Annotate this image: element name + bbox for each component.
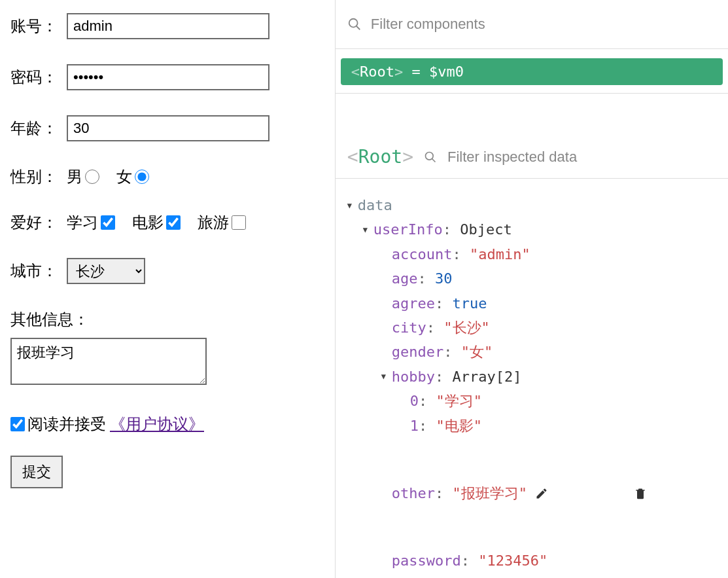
hobby-row: 爱好： 学习 电影 旅游 bbox=[10, 212, 324, 233]
form-panel: 账号： 密码： 年龄： 性别： 男 女 爱好： 学习 bbox=[0, 0, 336, 578]
gender-row: 性别： 男 女 bbox=[10, 166, 324, 187]
svg-point-0 bbox=[349, 19, 358, 27]
account-input[interactable] bbox=[67, 13, 269, 39]
root-component-item[interactable]: <Root> = $vm0 bbox=[341, 58, 723, 85]
gender-node[interactable]: gender: "女" bbox=[343, 340, 720, 364]
agree-text: 阅读并接受 bbox=[27, 414, 106, 435]
gender-option-female: 女 bbox=[116, 166, 149, 187]
gender-female-label: 女 bbox=[116, 166, 132, 187]
search-icon bbox=[347, 17, 362, 31]
password-input[interactable] bbox=[67, 64, 269, 90]
hobby-movie-label: 电影 bbox=[132, 212, 164, 233]
filter-components-input[interactable] bbox=[371, 16, 716, 33]
other-node[interactable]: other: "报班学习" bbox=[343, 438, 720, 549]
inspector-body: ▼ data ▼ userInfo: Object account: "admi… bbox=[336, 179, 728, 578]
hobby-node[interactable]: ▼ hobby: Array[2] bbox=[343, 365, 720, 389]
city-node[interactable]: city: "长沙" bbox=[343, 316, 720, 340]
gender-radio-group: 男 女 bbox=[67, 166, 161, 187]
agree-checkbox[interactable] bbox=[10, 417, 25, 431]
hobby-0-node[interactable]: 0: "学习" bbox=[343, 389, 720, 413]
caret-down-icon: ▼ bbox=[363, 223, 373, 236]
svg-line-1 bbox=[356, 26, 360, 30]
age-input[interactable] bbox=[67, 115, 269, 141]
password-node[interactable]: password: "123456" bbox=[343, 549, 720, 573]
other-textarea[interactable] bbox=[10, 338, 207, 385]
city-label: 城市： bbox=[10, 261, 58, 281]
age-row: 年龄： bbox=[10, 115, 324, 141]
filter-inspected-input[interactable] bbox=[447, 149, 716, 166]
gender-option-male: 男 bbox=[67, 166, 99, 187]
gender-female-radio[interactable] bbox=[135, 170, 149, 184]
hobby-travel-checkbox[interactable] bbox=[232, 215, 246, 230]
caret-down-icon: ▼ bbox=[381, 370, 392, 383]
data-node[interactable]: ▼ data bbox=[343, 193, 720, 217]
devtools-panel: <Root> = $vm0 <Root> ▼ data ▼ userInfo: … bbox=[336, 0, 728, 578]
hobby-travel-label: 旅游 bbox=[198, 212, 229, 233]
root-tag-name: Root bbox=[360, 63, 394, 80]
password-row: 密码： bbox=[10, 64, 324, 90]
terms-link[interactable]: 《用户协议》 bbox=[110, 414, 204, 435]
other-label: 其他信息： bbox=[10, 309, 324, 330]
data-key: data bbox=[358, 193, 392, 217]
inspector-component-name: <Root> bbox=[347, 146, 413, 168]
row-actions bbox=[535, 438, 720, 549]
gender-label: 性别： bbox=[10, 166, 58, 187]
hobby-label: 爱好： bbox=[10, 212, 58, 233]
edit-icon[interactable] bbox=[535, 438, 621, 549]
hobby-checkbox-group: 学习 电影 旅游 bbox=[67, 212, 258, 233]
hobby-item-study: 学习 bbox=[67, 212, 115, 233]
userinfo-type: Object bbox=[460, 217, 511, 242]
component-tree: <Root> = $vm0 bbox=[336, 49, 728, 94]
hobby-movie-checkbox[interactable] bbox=[166, 215, 181, 230]
age-node[interactable]: age: 30 bbox=[343, 266, 720, 291]
password-label: 密码： bbox=[10, 67, 58, 88]
svg-line-3 bbox=[432, 158, 436, 162]
city-select[interactable]: 长沙 bbox=[67, 258, 145, 284]
delete-icon[interactable] bbox=[634, 438, 720, 549]
account-label: 账号： bbox=[10, 16, 58, 37]
submit-button[interactable]: 提交 bbox=[10, 456, 63, 488]
account-row: 账号： bbox=[10, 13, 324, 39]
svg-point-2 bbox=[426, 152, 434, 160]
close-bracket: > bbox=[394, 63, 403, 80]
userinfo-key: userInfo bbox=[373, 217, 443, 242]
gender-male-radio[interactable] bbox=[85, 170, 99, 184]
age-label: 年龄： bbox=[10, 118, 58, 139]
caret-down-icon: ▼ bbox=[347, 199, 358, 212]
city-row: 城市： 长沙 bbox=[10, 258, 324, 284]
userinfo-node[interactable]: ▼ userInfo: Object bbox=[343, 217, 720, 242]
inspector-header: <Root> bbox=[336, 133, 728, 179]
gender-male-label: 男 bbox=[67, 166, 82, 187]
open-bracket: < bbox=[351, 63, 360, 80]
search-icon bbox=[424, 151, 437, 164]
filter-components-bar bbox=[336, 0, 728, 49]
hobby-item-movie: 电影 bbox=[132, 212, 181, 233]
hobby-1-node[interactable]: 1: "电影" bbox=[343, 414, 720, 438]
hobby-study-label: 学习 bbox=[67, 212, 98, 233]
agree-row: 阅读并接受 《用户协议》 bbox=[10, 414, 324, 435]
hobby-item-travel: 旅游 bbox=[198, 212, 246, 233]
agree-node[interactable]: agree: true bbox=[343, 291, 720, 316]
other-row: 其他信息： bbox=[10, 309, 324, 389]
hobby-study-checkbox[interactable] bbox=[101, 215, 115, 230]
account-node[interactable]: account: "admin" bbox=[343, 242, 720, 266]
root-assign: = $vm0 bbox=[403, 63, 464, 80]
